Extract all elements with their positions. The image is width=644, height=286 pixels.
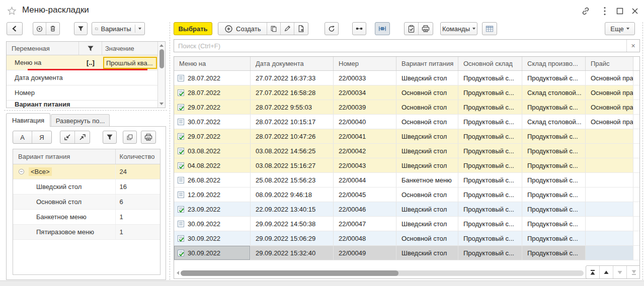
variables-table: Переменная Значение Меню на[..]Прошлый к… [6,41,166,108]
navigation-table-header: Вариант питания Количество [13,149,160,164]
back-button[interactable] [7,22,23,35]
nav-row[interactable]: <Все>24 [13,164,160,179]
document-row[interactable]: 30.07.202228.07.2022 10:15:1722/00040Осн… [174,115,639,129]
document-row[interactable]: 28.07.202227.07.2022 16:58:2822/00034Осн… [174,85,639,100]
column-warehouse[interactable]: Основной склад [458,57,522,70]
filter-button[interactable] [74,22,88,35]
last-icon [631,269,637,275]
more-dropdown[interactable]: Еще [605,22,635,35]
tab-expand-by[interactable]: Развернуть по... [51,114,110,127]
document-row[interactable]: 28.07.202227.07.2022 16:37:3322/00033Шве… [174,71,639,85]
mark-deletion-button[interactable] [294,23,308,35]
commands-dropdown[interactable]: Команды [440,22,477,35]
variable-row[interactable]: Вариант питания [7,101,158,109]
edit-button[interactable] [281,23,294,35]
nav-row[interactable]: Шведский стол16 [13,179,160,195]
column-menu-date[interactable]: Меню на [174,57,251,70]
select-button[interactable]: Выбрать [174,22,212,35]
document-icon [177,191,185,199]
nav-print-button[interactable] [141,131,156,144]
scroll-down-icon[interactable] [159,103,164,105]
sort-descending-button[interactable]: Я [32,131,51,143]
document-row[interactable]: 30.09.202229.09.2022 15:32:4022/00049Шве… [174,246,639,260]
copy-icon [270,25,277,33]
list-settings-button[interactable] [482,22,497,35]
fit-width-toggle[interactable] [375,22,390,35]
variables-scrollbar[interactable] [157,42,165,108]
document-row[interactable]: 26.08.202225.08.2022 15:56:2322/00044Бан… [174,173,639,187]
fit-width-icon [378,25,386,32]
document-row[interactable]: 29.07.202228.07.2022 9:55:0322/00039Осно… [174,100,639,115]
date-interval-icon [356,26,363,31]
column-value[interactable]: Значение [102,42,158,55]
add-variable-button[interactable] [33,23,46,35]
nav-filter-button[interactable] [103,131,117,144]
document-icon [177,74,185,82]
hscroll-thumb[interactable] [181,270,398,276]
variable-row[interactable]: Номер [7,85,158,101]
document-posted-icon [177,89,185,97]
variable-row[interactable]: Дата документа [7,70,158,85]
tab-navigation[interactable]: Навигация [6,113,50,127]
print-button[interactable] [419,23,433,35]
go-first-button[interactable] [586,266,600,278]
search-clear-button[interactable]: × [626,40,639,52]
collapse-all-button[interactable] [60,131,75,143]
create-button[interactable]: Создать [218,23,267,35]
document-row[interactable]: 04.08.202203.08.2022 15:16:2722/00043Шве… [174,158,639,173]
close-button[interactable] [629,5,641,17]
document-row[interactable]: 23.09.202222.09.2022 13:40:1522/00046Шве… [174,202,639,217]
value-cell[interactable]: Прошлый ква... [103,57,157,69]
clipboard-check-icon [408,25,415,33]
nav-row-label: Шведский стол [36,183,82,190]
column-count[interactable]: Количество [116,153,160,160]
right-splitter[interactable] [642,22,643,280]
output-list-button[interactable] [123,131,137,144]
horizontal-scrollbar[interactable] [175,269,584,276]
refresh-button[interactable] [325,22,339,35]
document-row[interactable]: 03.08.202203.08.2022 14:56:2522/00042Шве… [174,144,639,158]
horizontal-splitter[interactable] [4,110,167,111]
go-previous-button[interactable] [600,266,613,278]
scroll-thumb[interactable] [159,49,164,68]
date-interval-button[interactable] [352,22,366,35]
favorite-star-icon[interactable] [7,6,17,17]
column-variant[interactable]: Вариант питания [396,57,458,70]
column-variant[interactable]: Вариант питания [13,149,116,164]
get-link-icon[interactable] [580,5,592,17]
nav-row-count: 16 [116,183,160,190]
maximize-button[interactable] [614,5,626,17]
down-icon [617,269,623,275]
delete-variable-button[interactable] [46,23,59,35]
column-price[interactable]: Прайс [586,57,633,70]
kebab-menu-icon[interactable] [599,5,611,17]
variants-dropdown[interactable]: Варианты [92,22,145,35]
column-number[interactable]: Номер [334,57,396,70]
column-prod-warehouse[interactable]: Склад произво... [522,57,586,70]
document-row[interactable]: 12.09.202208.09.2022 9:46:1822/00045Осно… [174,187,639,202]
nav-row[interactable]: Банкетное меню1 [13,210,160,225]
document-row[interactable]: 30.09.202229.09.2022 15:06:2922/00048Осн… [174,231,639,246]
document-row[interactable]: 30.09.202229.09.2022 14:50:3822/00047Шве… [174,217,639,231]
nav-row[interactable]: Основной стол6 [13,195,160,210]
scroll-left-icon[interactable] [177,271,179,275]
column-doc-date[interactable]: Дата документа [251,57,334,70]
sort-ascending-button[interactable]: А [13,131,32,143]
post-document-button[interactable] [405,23,419,35]
navigation-panel: А Я Вариант питания Количество <Все>24Шв… [6,126,166,280]
vertical-splitter[interactable] [170,22,170,280]
scroll-up-icon[interactable] [159,44,164,47]
expand-all-button[interactable] [75,131,90,143]
go-last-button[interactable] [627,266,640,278]
column-variable[interactable]: Переменная [7,42,79,55]
nav-row-label: <Все> [29,167,52,176]
copy-button[interactable] [267,23,281,35]
document-row[interactable]: 29.07.202228.07.2022 10:47:2622/00041Шве… [174,129,639,144]
column-filter[interactable] [79,42,102,55]
variable-actions-group [33,22,60,35]
search-input[interactable] [174,40,626,52]
go-next-button[interactable] [613,266,627,278]
variable-row[interactable]: Меню на[..]Прошлый ква... [7,55,158,70]
document-icon [177,176,185,184]
nav-row[interactable]: Пятиразовое меню1 [13,225,160,240]
